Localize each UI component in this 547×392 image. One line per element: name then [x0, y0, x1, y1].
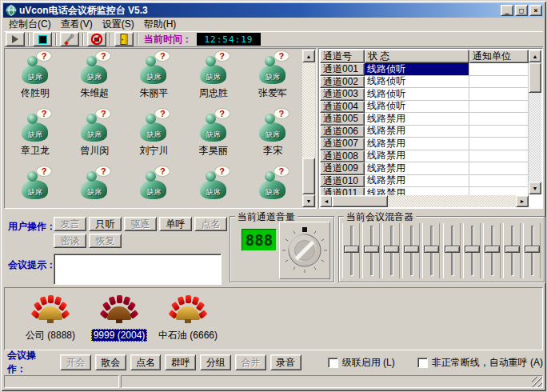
- conference-op-button[interactable]: 点名: [130, 354, 162, 370]
- conference-op-button[interactable]: 分组: [200, 354, 231, 370]
- member-item[interactable]: ? 缺席: [124, 166, 183, 207]
- column-header-channel[interactable]: 通道号: [320, 50, 365, 63]
- mixer-slider[interactable]: [503, 223, 521, 278]
- channel-row[interactable]: 通道003 线路侦听: [320, 88, 529, 101]
- member-item[interactable]: ? 缺席 张爱军: [243, 51, 302, 109]
- volume-knob-panel: [279, 222, 330, 279]
- settings-tool-button[interactable]: [60, 32, 79, 46]
- slider-thumb[interactable]: [485, 246, 500, 253]
- member-item[interactable]: ? 缺席: [184, 166, 243, 207]
- member-item[interactable]: ? 缺席 李宋: [243, 109, 302, 166]
- close-button[interactable]: ×: [529, 5, 542, 16]
- menu-item[interactable]: 帮助(H): [139, 17, 182, 32]
- slider-thumb[interactable]: [404, 246, 419, 253]
- scroll-left-icon[interactable]: ◄: [320, 195, 333, 207]
- mixer-slider[interactable]: [362, 223, 380, 278]
- maximize-button[interactable]: □: [515, 5, 528, 16]
- checkbox-group[interactable]: 非正常断线，自动重呼 (A): [417, 356, 543, 370]
- mixer-slider[interactable]: [342, 223, 360, 278]
- channel-row[interactable]: 通道006 线路禁用: [320, 126, 529, 138]
- user-op-button[interactable]: 发言: [54, 217, 86, 231]
- conference-item[interactable]: 中石油 (6666): [154, 294, 222, 342]
- mixer-slider[interactable]: [422, 223, 440, 278]
- conference-op-button[interactable]: 开会: [60, 354, 91, 370]
- slider-thumb[interactable]: [525, 246, 540, 253]
- channel-row[interactable]: 通道002 线路侦听: [320, 76, 529, 89]
- conference-prompt-input[interactable]: [54, 254, 222, 285]
- conference-op-button[interactable]: 群呼: [165, 354, 196, 370]
- slider-thumb[interactable]: [384, 246, 399, 253]
- mixer-slider[interactable]: [483, 223, 501, 278]
- member-item[interactable]: ? 缺席 章卫龙: [6, 109, 65, 166]
- column-header-status[interactable]: 状 态: [365, 50, 469, 63]
- mixer-slider[interactable]: [443, 223, 461, 278]
- scroll-down-icon[interactable]: ▼: [302, 194, 315, 207]
- stop-button[interactable]: [33, 32, 52, 46]
- member-item[interactable]: ? 缺席 刘宁川: [124, 109, 183, 166]
- checkbox[interactable]: [328, 358, 338, 368]
- user-op-button[interactable]: 驱逐: [124, 217, 157, 231]
- conference-op-button[interactable]: 散会: [95, 354, 126, 370]
- scroll-up-icon[interactable]: ▲: [302, 50, 315, 62]
- minimize-button[interactable]: _: [501, 5, 513, 16]
- channel-row[interactable]: 通道005 线路禁用: [320, 113, 529, 126]
- channel-row[interactable]: 通道009 线路禁用: [320, 162, 529, 175]
- conference-item[interactable]: 公司 (8888): [16, 294, 85, 342]
- volume-knob[interactable]: [281, 226, 328, 275]
- channel-row[interactable]: 通道007 线路禁用: [320, 138, 529, 150]
- channel-row[interactable]: 通道001 线路侦听: [320, 63, 529, 76]
- scrollbar-thumb[interactable]: [332, 195, 388, 207]
- scrollbar-thumb[interactable]: [302, 158, 315, 194]
- checkbox[interactable]: [417, 358, 428, 368]
- slider-thumb[interactable]: [445, 246, 460, 253]
- slider-thumb[interactable]: [505, 246, 520, 253]
- scroll-right-icon[interactable]: ►: [516, 195, 529, 207]
- forbid-button[interactable]: [87, 32, 106, 46]
- channel-horizontal-scrollbar[interactable]: ◄ ►: [320, 195, 529, 207]
- member-item[interactable]: ? 缺席 曾川闵: [65, 109, 124, 166]
- title-bar[interactable]: uVcon电话会议桥监控台 V5.3 _ □ ×: [3, 3, 544, 18]
- scrollbar-thumb[interactable]: [529, 62, 541, 93]
- mixer-slider[interactable]: [463, 223, 481, 278]
- conference-op-button[interactable]: 录音: [270, 354, 301, 370]
- member-item[interactable]: ? 缺席: [65, 166, 124, 207]
- menu-item[interactable]: 设置(S): [98, 17, 139, 32]
- user-op-button[interactable]: 密谈: [54, 234, 86, 248]
- mixer-slider[interactable]: [402, 223, 420, 278]
- checkbox-group[interactable]: 级联启用 (L): [328, 356, 395, 370]
- user-op-button[interactable]: 恢复: [89, 234, 122, 248]
- member-item[interactable]: ? 缺席 李昊丽: [184, 109, 243, 166]
- mixer-slider[interactable]: [523, 223, 541, 278]
- member-item[interactable]: ? 缺席: [243, 166, 302, 207]
- slider-thumb[interactable]: [424, 246, 439, 253]
- slider-thumb[interactable]: [364, 246, 379, 253]
- scroll-up-icon[interactable]: ▲: [529, 50, 541, 62]
- mixer-slider[interactable]: [382, 223, 400, 278]
- channel-vertical-scrollbar[interactable]: ▲ ▼: [529, 50, 541, 194]
- slider-thumb[interactable]: [344, 246, 359, 253]
- member-item[interactable]: ? 缺席 朱维超: [65, 51, 124, 109]
- exit-button[interactable]: [114, 32, 134, 46]
- resize-grip[interactable]: [532, 377, 542, 387]
- menu-item[interactable]: 查看(V): [56, 17, 98, 32]
- channel-row[interactable]: 通道010 线路禁用: [320, 175, 529, 188]
- channel-row[interactable]: 通道004 线路侦听: [320, 101, 529, 114]
- user-op-button[interactable]: 只听: [89, 217, 122, 231]
- scroll-down-icon[interactable]: ▼: [529, 182, 541, 194]
- conference-item[interactable]: 9999 (2004): [85, 294, 154, 342]
- member-item[interactable]: ? 缺席 朱丽平: [124, 51, 183, 109]
- column-header-unit[interactable]: 通知单位: [469, 50, 529, 63]
- member-vertical-scrollbar[interactable]: ▲ ▼: [302, 50, 315, 207]
- slider-thumb[interactable]: [465, 246, 480, 253]
- user-op-button[interactable]: 单呼: [159, 217, 192, 231]
- conference-op-button[interactable]: 合并: [235, 354, 266, 370]
- member-item[interactable]: ? 缺席: [6, 166, 65, 207]
- conference-table-icon: [170, 294, 206, 325]
- user-op-button[interactable]: 点名: [194, 217, 227, 231]
- member-item[interactable]: ? 缺席 周忠胜: [184, 51, 243, 109]
- channel-row[interactable]: 通道011 线路禁用: [320, 187, 529, 195]
- start-button[interactable]: [6, 32, 25, 46]
- menu-item[interactable]: 控制台(C): [4, 17, 56, 32]
- channel-row[interactable]: 通道008 线路禁用: [320, 150, 529, 163]
- member-item[interactable]: ? 缺席 佟胜明: [6, 51, 65, 109]
